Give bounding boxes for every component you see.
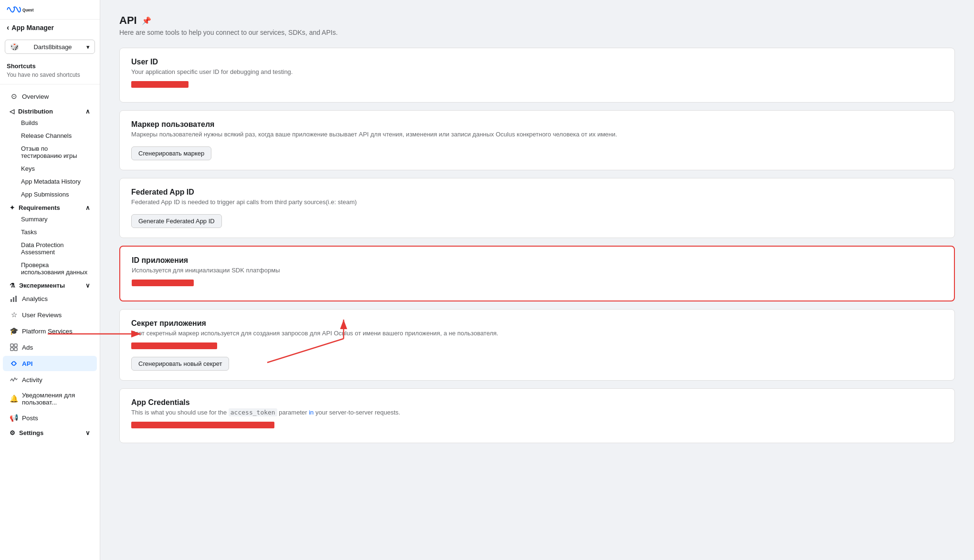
sidebar-item-ads[interactable]: Ads [3,340,97,355]
user-token-title: Маркер пользователя [131,120,943,129]
svg-rect-1 [10,299,12,302]
sidebar-header: Quest [0,0,100,20]
sidebar-analytics-label: Analytics [22,295,90,302]
app-credentials-title: App Credentials [131,398,943,407]
user-id-desc: Your application specific user ID for de… [131,68,943,75]
sidebar-item-activity[interactable]: Activity [3,372,97,387]
app-credentials-card: App Credentials This is what you should … [119,388,955,443]
sidebar-activity-label: Activity [22,376,90,384]
sidebar-platform-services-label: Platform Services [22,328,90,335]
sidebar-item-app-submissions[interactable]: App Submissions [3,188,97,200]
analytics-icon [10,294,18,303]
federated-app-id-card: Federated App ID Federated App ID is nee… [119,178,955,238]
svg-rect-6 [10,348,13,351]
app-id-card: ID приложения Используется для инициализ… [119,246,955,301]
app-id-redacted [132,280,194,286]
svg-text:Quest: Quest [22,8,34,12]
notifications-icon: 🔔 [10,394,18,403]
app-secret-title: Секрет приложения [131,319,943,328]
sidebar-item-app-metadata-history[interactable]: App Metadata History [3,176,97,187]
svg-rect-3 [15,296,17,302]
sidebar-item-release-channels[interactable]: Release Channels [3,130,97,142]
settings-icon: ⚙ [10,429,15,436]
api-icon [10,359,18,368]
sidebar-item-api[interactable]: API [3,356,97,371]
access-token-code: access_token [229,408,277,416]
sidebar-item-posts[interactable]: 📢 Posts [3,410,97,425]
page-subtitle: Here are some tools to help you connect … [119,29,955,36]
overview-icon: ⊙ [10,92,18,101]
main-content: API 📌 Here are some tools to help you co… [100,0,974,560]
sidebar-item-builds[interactable]: Builds [3,117,97,129]
sidebar-item-user-reviews[interactable]: ☆ User Reviews [3,307,97,322]
sidebar-item-platform-services[interactable]: 🎓 Platform Services [3,323,97,339]
app-id-title: ID приложения [132,256,943,265]
sidebar-item-distribution[interactable]: ◁ Distribution ∧ [3,105,97,116]
sidebar-settings-label: Settings [19,429,43,436]
user-id-title: User ID [131,58,943,66]
activity-icon [10,375,18,384]
shortcuts-title: Shortcuts [7,62,93,70]
user-token-desc: Маркеры пользователей нужны всякий раз, … [131,131,943,138]
sidebar-item-game-feedback[interactable]: Отзыв по тестированию игры [3,143,97,162]
app-secret-redacted [131,342,217,349]
app-selector-icon: 🎲 [10,42,19,51]
sidebar-posts-label: Posts [22,415,90,422]
app-secret-desc: Этот секретный маркер используется для с… [131,330,943,337]
sidebar-item-tasks[interactable]: Tasks [3,226,97,238]
app-manager-label: App Manager [11,24,54,31]
app-id-desc: Используется для инициализации SDK платф… [132,267,943,274]
sidebar-item-data-usage[interactable]: Проверка использования данных [3,259,97,278]
sidebar-item-requirements[interactable]: ✦ Requirements ∧ [3,201,97,212]
distribution-icon: ◁ [10,108,14,115]
ads-icon [10,343,18,352]
sidebar-notifications-label: Уведомления для пользоват... [22,392,90,406]
requirements-icon: ✦ [10,204,15,211]
user-reviews-icon: ☆ [10,311,18,319]
page-header: API 📌 [119,14,955,27]
chevron-down-icon-2: ∨ [85,282,90,289]
experiments-icon: ⚗ [10,282,15,289]
sidebar-item-summary[interactable]: Summary [3,213,97,225]
in-link[interactable]: in [309,409,314,416]
app-credentials-desc: This is what you should use for the acce… [131,409,943,416]
user-id-redacted [131,81,189,88]
sidebar-requirements-label: Requirements [19,204,60,211]
sidebar-item-label: Overview [22,93,90,100]
posts-icon: 📢 [10,414,18,422]
sidebar: Quest ‹ App Manager 🎲 Darts8bitsage ▾ Sh… [0,0,100,560]
sidebar-item-overview[interactable]: ⊙ Overview [3,89,97,104]
generate-token-button[interactable]: Сгенерировать маркер [131,146,211,160]
platform-services-icon: 🎓 [10,327,18,335]
app-secret-card: Секрет приложения Этот секретный маркер … [119,309,955,381]
sidebar-item-data-protection[interactable]: Data Protection Assessment [3,239,97,258]
chevron-down-icon: ▾ [86,43,90,51]
sidebar-item-keys[interactable]: Keys [3,163,97,175]
back-button[interactable]: ‹ App Manager [0,20,100,36]
generate-new-secret-button[interactable]: Сгенерировать новый секрет [131,357,229,371]
shortcuts-empty-text: You have no saved shortcuts [7,72,93,78]
app-name: Darts8bitsage [33,43,72,51]
svg-rect-5 [14,344,17,347]
app-selector[interactable]: 🎲 Darts8bitsage ▾ [5,40,95,54]
sidebar-distribution-label: Distribution [18,108,53,115]
sidebar-ads-label: Ads [22,344,90,351]
back-icon: ‹ [7,23,9,32]
federated-app-id-title: Federated App ID [131,188,943,197]
chevron-up-icon: ∧ [85,108,90,115]
chevron-up-icon-2: ∧ [85,204,90,211]
svg-rect-4 [10,344,13,347]
sidebar-item-settings[interactable]: ⚙ Settings ∨ [3,426,97,437]
federated-app-id-desc: Federated App ID is needed to trigger ap… [131,198,943,206]
generate-federated-id-button[interactable]: Generate Federated App ID [131,214,222,228]
sidebar-item-notifications[interactable]: 🔔 Уведомления для пользоват... [3,388,97,409]
sidebar-item-analytics[interactable]: Analytics [3,291,97,306]
svg-rect-7 [14,348,17,351]
sidebar-item-experiments[interactable]: ⚗ Эксперименты ∨ [3,279,97,290]
shortcuts-section: Shortcuts You have no saved shortcuts [0,58,100,80]
page-title: API [119,14,137,27]
pin-icon[interactable]: 📌 [142,16,151,25]
sidebar-user-reviews-label: User Reviews [22,311,90,319]
app-credentials-redacted [131,422,274,428]
user-token-card: Маркер пользователя Маркеры пользователе… [119,110,955,170]
